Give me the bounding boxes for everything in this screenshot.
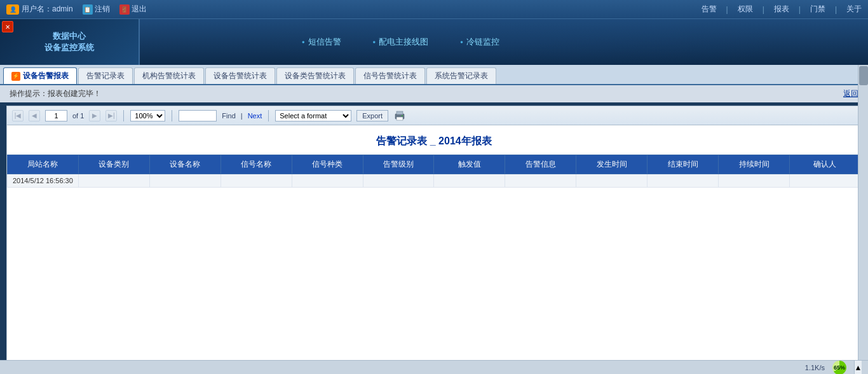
tab-label: 信号告警统计表 bbox=[363, 71, 417, 81]
col-device-type: 设备类别 bbox=[78, 155, 149, 174]
network-speed: 1.1K/s bbox=[805, 364, 825, 371]
col-confirm: 确认人 bbox=[789, 155, 860, 174]
toolbar-sep1 bbox=[123, 110, 124, 121]
nav-bar: 短信告警 配电主接线图 冷链监控 bbox=[140, 19, 868, 65]
operation-hint-bar: 操作提示：报表创建完毕！ 返回 bbox=[0, 85, 868, 102]
next-page-button[interactable]: ▶ bbox=[89, 110, 100, 121]
tab-label: 系统告警记录表 bbox=[435, 71, 488, 81]
top-bar: 👤 用户名：admin 📋 注销 🚪 退出 告警 | 权限 | 报表 | 门禁 … bbox=[0, 0, 868, 19]
nav-report[interactable]: 报表 bbox=[774, 4, 789, 15]
col-start-time: 发生时间 bbox=[576, 155, 648, 174]
nav-permission[interactable]: 权限 bbox=[738, 4, 753, 15]
find-label: Find bbox=[222, 112, 235, 120]
tab-label: 设备类告警统计表 bbox=[285, 71, 346, 81]
tab-signal-stats[interactable]: 信号告警统计表 bbox=[355, 67, 425, 84]
user-icon: 👤 bbox=[6, 4, 19, 15]
col-alarm-level: 告警级别 bbox=[363, 155, 434, 174]
tabs-bar: ⚡ 设备告警报表 告警记录表 机构告警统计表 设备告警统计表 设备类告警统计表 … bbox=[0, 65, 868, 85]
progress-value: 65% bbox=[832, 361, 846, 375]
report-table: 局站名称 设备类别 设备名称 信号名称 信号种类 告警级别 触发值 告警信息 发… bbox=[7, 155, 861, 188]
report-content: 告警记录表 _ 2014年报表 局站名称 设备类别 设备名称 信号名称 信号种类… bbox=[7, 125, 861, 367]
operation-hint-text: 操作提示：报表创建完毕！ bbox=[10, 88, 101, 99]
toolbar-sep3 bbox=[268, 110, 269, 121]
note-label: 注销 bbox=[95, 4, 110, 15]
col-end-time: 结束时间 bbox=[648, 155, 719, 174]
nav-door[interactable]: 门禁 bbox=[810, 4, 825, 15]
scroll-up-button[interactable]: ▲ bbox=[854, 361, 862, 375]
table-header-row: 局站名称 设备类别 设备名称 信号名称 信号种类 告警级别 触发值 告警信息 发… bbox=[8, 155, 861, 174]
app-title: 数据中心 设备监控系统 bbox=[44, 31, 94, 53]
find-input[interactable] bbox=[179, 110, 217, 121]
progress-circle: 65% bbox=[830, 361, 849, 375]
tab-icon: ⚡ bbox=[11, 72, 20, 81]
bottom-bar: 1.1K/s 65% ▲ bbox=[0, 360, 868, 374]
user-label: 用户名：admin bbox=[22, 4, 73, 15]
prev-page-button[interactable]: ◀ bbox=[29, 110, 40, 121]
tab-org-stats[interactable]: 机构告警统计表 bbox=[134, 67, 204, 84]
find-separator: | bbox=[241, 112, 243, 120]
nav-alarm[interactable]: 告警 bbox=[702, 4, 717, 15]
tab-device-alarm-report[interactable]: ⚡ 设备告警报表 bbox=[3, 67, 77, 84]
col-alarm-info: 告警信息 bbox=[505, 155, 576, 174]
logout-label: 退出 bbox=[132, 4, 147, 15]
export-button[interactable]: Export bbox=[356, 110, 388, 121]
page-number-input[interactable] bbox=[45, 110, 67, 121]
close-button[interactable]: ✕ bbox=[2, 21, 13, 32]
logout-icon: 🚪 bbox=[119, 4, 130, 15]
last-page-button[interactable]: ▶| bbox=[105, 110, 117, 121]
scrollbar-thumb[interactable] bbox=[859, 66, 868, 85]
col-signal-type: 信号种类 bbox=[292, 155, 363, 174]
col-duration: 持续时间 bbox=[719, 155, 790, 174]
page-of-text: of 1 bbox=[72, 112, 84, 120]
return-button[interactable]: 返回 bbox=[843, 88, 858, 99]
report-container: |◀ ◀ of 1 ▶ ▶| 100% 75% 150% Find | Next… bbox=[6, 106, 862, 368]
report-title: 告警记录表 _ 2014年报表 bbox=[7, 125, 861, 155]
report-toolbar: |◀ ◀ of 1 ▶ ▶| 100% 75% 150% Find | Next… bbox=[7, 106, 861, 125]
first-page-button[interactable]: |◀ bbox=[12, 110, 24, 121]
svg-rect-2 bbox=[397, 117, 403, 120]
col-station: 局站名称 bbox=[8, 155, 79, 174]
tab-label: 告警记录表 bbox=[86, 71, 125, 81]
toolbar-sep2 bbox=[172, 110, 172, 121]
nav-links: 短信告警 配电主接线图 冷链监控 bbox=[140, 19, 868, 65]
tab-alarm-log[interactable]: 告警记录表 bbox=[78, 67, 133, 84]
vertical-scrollbar[interactable] bbox=[858, 65, 868, 360]
format-select[interactable]: Select a format PDF Excel Word CSV bbox=[275, 110, 351, 121]
tab-device-stats[interactable]: 设备告警统计表 bbox=[205, 67, 275, 84]
bottom-right: 1.1K/s 65% ▲ bbox=[805, 361, 862, 375]
col-trigger: 触发值 bbox=[434, 155, 505, 174]
row-date: 2014/5/12 16:56:30 bbox=[8, 174, 79, 188]
table-row: 2014/5/12 16:56:30 bbox=[8, 174, 861, 188]
svg-point-3 bbox=[402, 115, 403, 116]
nav-about[interactable]: 关于 bbox=[846, 4, 862, 15]
logo-area: ✕ 数据中心 设备监控系统 bbox=[0, 19, 140, 65]
note-button[interactable]: 📋 注销 bbox=[83, 4, 110, 15]
svg-rect-1 bbox=[397, 111, 403, 114]
tab-system-log[interactable]: 系统告警记录表 bbox=[426, 67, 496, 84]
col-device-name: 设备名称 bbox=[149, 155, 220, 174]
tab-device-type-stats[interactable]: 设备类告警统计表 bbox=[276, 67, 354, 84]
col-signal-name: 信号名称 bbox=[220, 155, 292, 174]
header-section: ✕ 数据中心 设备监控系统 短信告警 配电主接线图 冷链监控 bbox=[0, 19, 868, 65]
next-find-button[interactable]: Next bbox=[248, 112, 262, 120]
logout-button[interactable]: 🚪 退出 bbox=[119, 4, 147, 15]
nav-link-diagram[interactable]: 配电主接线图 bbox=[357, 36, 445, 48]
nav-link-cold[interactable]: 冷链监控 bbox=[444, 36, 515, 48]
tab-label: 设备告警统计表 bbox=[214, 71, 267, 81]
tab-label: 设备告警报表 bbox=[23, 71, 69, 81]
print-button[interactable] bbox=[393, 110, 406, 121]
note-icon: 📋 bbox=[83, 4, 93, 15]
user-info: 👤 用户名：admin bbox=[6, 4, 73, 15]
nav-link-sms[interactable]: 短信告警 bbox=[286, 36, 357, 48]
tab-label: 机构告警统计表 bbox=[142, 71, 196, 81]
zoom-select[interactable]: 100% 75% 150% bbox=[130, 110, 165, 121]
